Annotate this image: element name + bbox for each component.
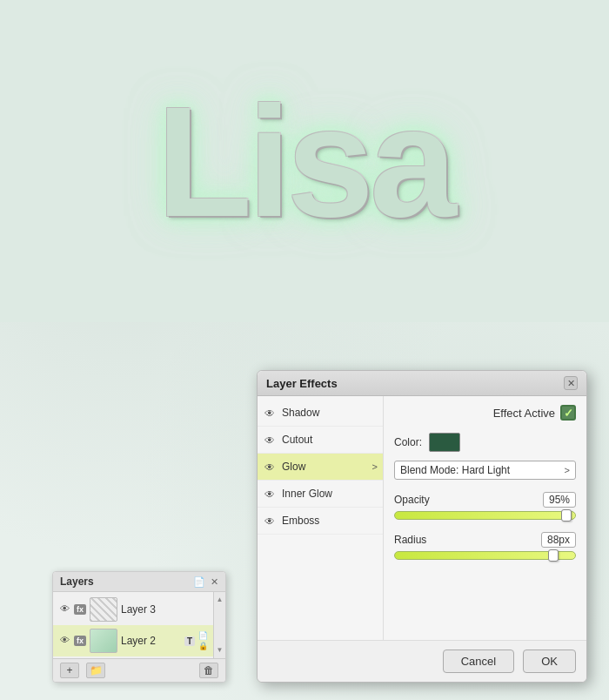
- layer-2-extra-icons: 📄 🔒: [198, 631, 208, 650]
- layer-3-visibility-icon[interactable]: 👁: [58, 603, 70, 616]
- effect-active-checkbox[interactable]: ✓: [560, 405, 576, 421]
- effects-settings: Effect Active ✓ Color: Blend Mode: Hard …: [384, 396, 586, 640]
- layer-3-name: Layer 3: [121, 603, 208, 616]
- canvas-area: Lisa: [0, 0, 609, 322]
- effect-item-cutout[interactable]: 👁 Cutout: [258, 427, 383, 454]
- effects-dialog-footer: Cancel OK: [258, 640, 586, 682]
- radius-value: 88px: [541, 532, 576, 548]
- layers-footer: + 📁 🗑: [53, 658, 225, 682]
- color-swatch[interactable]: [429, 433, 460, 452]
- blend-mode-label: Blend Mode: Hard Light: [400, 464, 510, 476]
- layer-2-lock-icon: 🔒: [198, 642, 208, 650]
- layer-2-visibility-icon[interactable]: 👁: [58, 635, 70, 647]
- layers-header-icons: 📄 ✕: [193, 576, 218, 588]
- color-label: Color:: [394, 436, 422, 448]
- ok-button[interactable]: OK: [523, 650, 576, 673]
- opacity-label: Opacity: [394, 494, 430, 506]
- effects-titlebar: Layer Effects ✕: [258, 371, 586, 396]
- effect-item-inner-glow[interactable]: 👁 Inner Glow: [258, 481, 383, 508]
- trash-icon: 🗑: [204, 664, 214, 676]
- effects-list: 👁 Shadow 👁 Cutout 👁 Glow > 👁 Inner Glow …: [258, 396, 384, 640]
- add-layer-button[interactable]: +: [60, 663, 79, 678]
- inner-glow-effect-name: Inner Glow: [282, 488, 378, 500]
- glow-effect-name: Glow: [282, 461, 367, 473]
- layer-2-thumbnail: [90, 629, 117, 653]
- add-folder-button[interactable]: 📁: [86, 663, 105, 678]
- effects-dialog-title: Layer Effects: [266, 377, 338, 390]
- glow-arrow-icon: >: [372, 461, 378, 472]
- shadow-visibility-icon[interactable]: 👁: [263, 407, 277, 418]
- layers-doc-icon[interactable]: 📄: [193, 576, 205, 588]
- cutout-effect-name: Cutout: [282, 434, 378, 446]
- effect-item-shadow[interactable]: 👁 Shadow: [258, 400, 383, 427]
- effects-body: 👁 Shadow 👁 Cutout 👁 Glow > 👁 Inner Glow …: [258, 396, 586, 640]
- layers-panel: Layers 📄 ✕ 👁 fx Layer 3 👁 fx Layer 2 T: [52, 571, 226, 683]
- checkmark-icon: ✓: [564, 407, 573, 419]
- layers-scrollbar-area: 👁 fx Layer 3 👁 fx Layer 2 T 📄 🔒 ▲: [53, 592, 225, 658]
- emboss-effect-name: Emboss: [282, 515, 378, 527]
- color-row: Color:: [394, 433, 576, 452]
- radius-slider-row: Radius 88px: [394, 532, 576, 560]
- layers-scrollbar[interactable]: ▲ ▼: [213, 592, 225, 658]
- layer-effects-dialog: Layer Effects ✕ 👁 Shadow 👁 Cutout 👁 Glow…: [257, 370, 587, 683]
- blend-mode-select[interactable]: Blend Mode: Hard Light >: [394, 461, 576, 480]
- radius-label: Radius: [394, 534, 426, 546]
- cancel-button[interactable]: Cancel: [443, 650, 514, 673]
- glow-visibility-icon[interactable]: 👁: [263, 461, 277, 472]
- effect-active-row: Effect Active ✓: [394, 405, 576, 421]
- folder-icon: 📁: [90, 664, 103, 676]
- opacity-label-row: Opacity 95%: [394, 492, 576, 508]
- canvas-text: Lisa: [157, 71, 452, 252]
- layer-row-3[interactable]: 👁 fx Layer 3: [53, 594, 213, 625]
- layer-2-type-badge: T: [184, 636, 195, 646]
- effects-close-icon: ✕: [567, 378, 575, 389]
- effect-item-glow[interactable]: 👁 Glow >: [258, 454, 383, 481]
- shadow-effect-name: Shadow: [282, 407, 378, 419]
- blend-mode-dropdown-arrow: >: [565, 465, 570, 475]
- effect-item-emboss[interactable]: 👁 Emboss: [258, 508, 383, 535]
- cutout-visibility-icon[interactable]: 👁: [263, 434, 277, 445]
- radius-label-row: Radius 88px: [394, 532, 576, 548]
- layers-content: 👁 fx Layer 3 👁 fx Layer 2 T 📄 🔒: [53, 592, 213, 658]
- layer-2-fx-badge: fx: [74, 636, 86, 646]
- emboss-visibility-icon[interactable]: 👁: [263, 515, 277, 526]
- layer-2-name: Layer 2: [121, 635, 181, 647]
- layers-close-icon[interactable]: ✕: [211, 576, 218, 588]
- opacity-slider-row: Opacity 95%: [394, 492, 576, 520]
- layer-row-2[interactable]: 👁 fx Layer 2 T 📄 🔒: [53, 625, 213, 656]
- radius-slider-thumb[interactable]: [548, 549, 559, 562]
- inner-glow-visibility-icon[interactable]: 👁: [263, 488, 277, 499]
- radius-slider-track[interactable]: [394, 551, 576, 560]
- layers-panel-title: Layers: [60, 575, 94, 588]
- opacity-value: 95%: [543, 492, 576, 508]
- opacity-slider-track[interactable]: [394, 511, 576, 520]
- opacity-slider-thumb[interactable]: [561, 509, 572, 522]
- delete-layer-button[interactable]: 🗑: [199, 663, 218, 678]
- scroll-down-arrow[interactable]: ▼: [217, 644, 224, 656]
- layer-3-thumbnail: [90, 597, 117, 622]
- layer-3-fx-badge: fx: [74, 604, 86, 615]
- effects-close-button[interactable]: ✕: [564, 376, 578, 390]
- effect-active-label: Effect Active: [493, 407, 555, 420]
- blend-mode-row: Blend Mode: Hard Light >: [394, 461, 576, 480]
- layer-2-doc-icon: 📄: [198, 631, 208, 640]
- scroll-up-arrow[interactable]: ▲: [217, 594, 224, 606]
- layers-panel-header: Layers 📄 ✕: [53, 572, 225, 592]
